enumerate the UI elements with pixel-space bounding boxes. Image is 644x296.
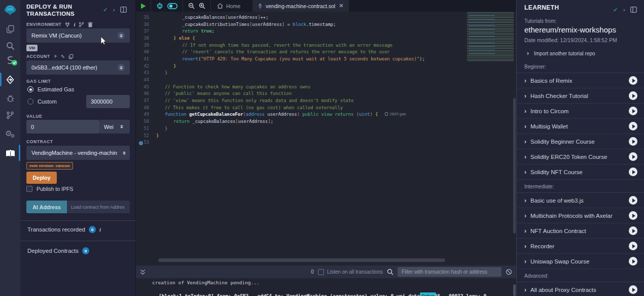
start-tutorial-play-button[interactable] — [629, 257, 637, 266]
deployed-contracts-section[interactable]: Deployed Contracts 0 — [27, 247, 89, 254]
start-tutorial-play-button[interactable] — [629, 168, 637, 176]
line-number[interactable]: 40 — [136, 49, 156, 54]
line-number[interactable]: 47 — [136, 98, 156, 103]
expand-chevron-icon[interactable]: › — [524, 169, 526, 176]
minimap[interactable] — [467, 12, 514, 61]
collapse-panel-icon[interactable]: › — [113, 7, 115, 13]
terminal-search-icon[interactable] — [387, 269, 393, 275]
pin-panel-icon[interactable] — [120, 7, 127, 13]
start-tutorial-play-button[interactable] — [629, 137, 637, 146]
line-number[interactable]: 50 — [136, 119, 156, 124]
code-line-36[interactable]: 36_cupcakeDistributionTimes[userAddress]… — [136, 21, 516, 28]
code-line-39[interactable]: 39// If not enough time has passed, reve… — [136, 42, 516, 49]
line-number[interactable]: 44 — [136, 77, 156, 82]
tutorial-item[interactable]: ›Basic use of web3.js — [517, 193, 644, 208]
code-line-51[interactable]: 51} — [136, 125, 516, 132]
line-number[interactable]: 41 — [136, 56, 156, 61]
line-number[interactable]: 43 — [136, 70, 156, 75]
custom-gas-radio[interactable] — [27, 98, 33, 105]
settings-icon[interactable]: ⚙⚙ — [0, 126, 20, 141]
debug-button[interactable]: Debug — [420, 292, 436, 296]
filter-input[interactable]: Filter with transaction hash or address — [398, 267, 502, 277]
expand-chevron-icon[interactable]: › — [524, 258, 526, 265]
custom-gas-input[interactable]: 3000000 — [86, 95, 130, 108]
line-number[interactable]: 37 — [136, 28, 156, 34]
line-number[interactable]: 49 — [136, 112, 156, 117]
expand-chevron-icon[interactable]: › — [524, 212, 526, 219]
zoom-out-icon[interactable] — [188, 3, 195, 9]
fork-environment-icon[interactable] — [79, 22, 84, 27]
code-line-37[interactable]: 37return true; — [136, 27, 516, 35]
code-line-35[interactable]: 35_cupcakeBalances[userAddress]++; — [136, 14, 516, 21]
start-tutorial-play-button[interactable] — [629, 122, 637, 130]
code-line-43[interactable]: 43} — [136, 70, 516, 77]
delete-environment-icon[interactable] — [88, 22, 93, 27]
run-script-button[interactable] — [136, 0, 151, 12]
code-line-48[interactable]: 48// This makes it free to call (no gas … — [136, 104, 516, 111]
editor-horizontal-scrollbar[interactable] — [158, 258, 445, 262]
code-line-42[interactable]: 42} — [136, 62, 516, 70]
copilot-toggle[interactable] — [167, 3, 177, 9]
expand-chevron-icon[interactable]: › — [524, 77, 526, 84]
tutorial-item[interactable]: ›Recorder — [517, 239, 644, 254]
file-explorer-icon[interactable] — [0, 21, 20, 37]
expand-chevron-icon[interactable]: › — [524, 227, 526, 235]
expand-chevron-icon[interactable]: › — [524, 243, 526, 250]
code-line-52[interactable]: 52} — [136, 132, 516, 139]
code-line-44[interactable]: 44 — [136, 76, 516, 83]
code-line-45[interactable]: 45// Function to check how many cupcakes… — [136, 83, 516, 90]
line-number[interactable]: 42 — [136, 63, 156, 69]
tutorial-item[interactable]: ›Solidity Beginner Course — [517, 134, 644, 149]
code-line-49[interactable]: 49function getCupcakeBalanceFor(address … — [136, 111, 516, 118]
close-tab-icon[interactable]: ✕ — [339, 3, 343, 9]
start-tutorial-play-button[interactable] — [629, 107, 637, 115]
estimated-gas-option[interactable]: Estimated Gas — [27, 86, 74, 92]
line-number[interactable]: 46 — [136, 91, 156, 96]
edit-account-icon[interactable]: ✎ — [61, 54, 65, 59]
code-editor[interactable]: 35_cupcakeBalances[userAddress]++;36_cup… — [136, 12, 516, 264]
tutorial-item[interactable]: ›Multichain Protocols with Axelar — [517, 208, 644, 223]
start-tutorial-play-button[interactable] — [629, 242, 637, 250]
listen-all-transactions[interactable]: Listen on all transactions — [318, 269, 383, 275]
git-icon[interactable] — [0, 108, 20, 123]
copy-account-icon[interactable] — [68, 54, 74, 59]
start-tutorial-play-button[interactable] — [629, 91, 637, 100]
environment-info-icon[interactable]: i — [74, 21, 75, 27]
ai-copilot-icon[interactable] — [156, 3, 163, 9]
tutorial-item[interactable]: ›Solidity NFT Course — [517, 165, 644, 180]
line-number[interactable]: 38 — [136, 36, 156, 41]
learneth-collapse-icon[interactable]: › — [623, 7, 625, 13]
deploy-button[interactable]: Deploy — [26, 172, 57, 184]
plug-icon[interactable] — [65, 22, 70, 27]
code-line-47[interactable]: 47// 'view' means this function only rea… — [136, 97, 516, 104]
debugger-icon[interactable] — [0, 90, 20, 106]
zoom-in-icon[interactable] — [199, 3, 205, 9]
clear-terminal-icon[interactable] — [506, 269, 512, 275]
search-icon[interactable] — [0, 38, 20, 53]
code-line-46[interactable]: 46// 'public' means anyone can call this… — [136, 90, 516, 97]
line-number[interactable]: 36 — [136, 22, 156, 27]
start-tutorial-play-button[interactable] — [629, 196, 637, 205]
line-number[interactable]: 52 — [136, 133, 156, 138]
value-input[interactable]: 0 — [26, 120, 99, 134]
line-number[interactable]: 51 — [136, 126, 156, 131]
code-line-50[interactable]: 50return _cupcakeBalances[userAddress]; — [136, 118, 516, 125]
start-tutorial-play-button[interactable] — [629, 152, 637, 161]
line-number[interactable]: 53 — [136, 140, 156, 145]
start-tutorial-play-button[interactable] — [629, 226, 637, 235]
tutorial-item[interactable]: ›Multisig Wallet — [517, 119, 644, 134]
expand-chevron-icon[interactable]: › — [524, 123, 526, 130]
tab-vending-machine-contract[interactable]: vending-machine-contract.sol ✕ — [253, 0, 349, 12]
tutorial-item[interactable]: ›All about Proxy Contracts — [517, 282, 644, 296]
import-tutorial-repo[interactable]: › Import another tutorial repo — [527, 50, 595, 57]
listen-checkbox[interactable] — [318, 269, 324, 275]
code-line-53[interactable]: 53 — [136, 139, 516, 146]
tutorial-item[interactable]: ›Uniswap Swap Course — [517, 254, 644, 269]
tutorial-item[interactable]: ›Intro to Circom — [517, 104, 644, 119]
start-tutorial-play-button[interactable] — [629, 285, 637, 294]
tutorial-item[interactable]: ›Basics of Remix — [517, 73, 644, 88]
terminal-scrollbar[interactable] — [513, 284, 516, 296]
tutorial-item[interactable]: ›NFT Auction Contract — [517, 223, 644, 239]
estimated-gas-radio[interactable] — [27, 86, 33, 92]
deploy-run-icon[interactable] — [0, 72, 20, 87]
